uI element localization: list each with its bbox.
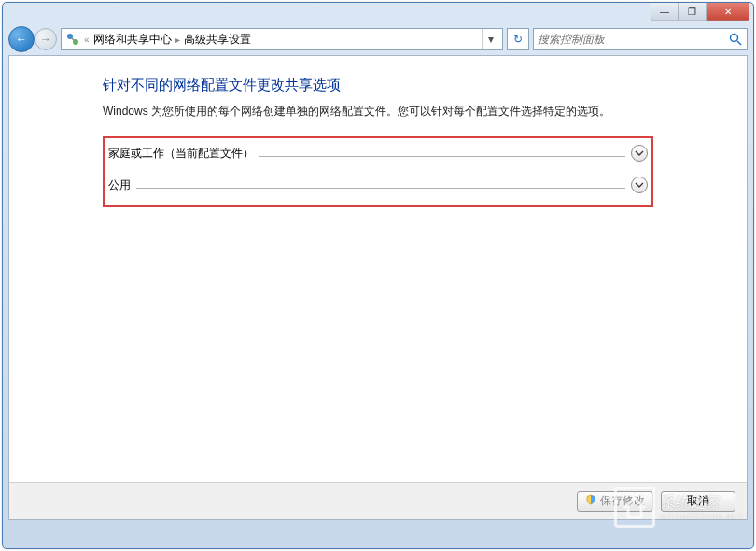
footer-bar: 保存修改 取消 <box>9 482 747 519</box>
maximize-button[interactable]: ❐ <box>679 3 707 21</box>
maximize-icon: ❐ <box>688 7 696 17</box>
chevron-down-icon: ▾ <box>488 33 494 46</box>
forward-button[interactable]: → <box>35 28 57 50</box>
forward-arrow-icon: → <box>40 33 51 46</box>
svg-line-4 <box>737 41 741 45</box>
refresh-button[interactable]: ↻ <box>507 28 529 50</box>
close-icon: ✕ <box>724 7 732 17</box>
breadcrumb-chevron: « <box>84 35 90 45</box>
profile-label: 家庭或工作（当前配置文件） <box>108 146 254 162</box>
search-input[interactable] <box>538 33 728 46</box>
minimize-icon: — <box>660 7 669 17</box>
profile-home-work[interactable]: 家庭或工作（当前配置文件） <box>108 140 648 166</box>
minimize-button[interactable]: — <box>651 3 679 21</box>
window-frame: — ❐ ✕ ← → « 网络和共享中心 ▸ 高级共享设置 ▾ <box>2 2 754 549</box>
expand-button[interactable] <box>631 145 648 162</box>
breadcrumb-item-2[interactable]: 高级共享设置 <box>184 32 251 48</box>
close-button[interactable]: ✕ <box>707 3 749 21</box>
search-bar[interactable] <box>533 28 748 50</box>
separator-line <box>136 188 625 189</box>
expand-button[interactable] <box>631 177 648 193</box>
navigation-bar: ← → « 网络和共享中心 ▸ 高级共享设置 ▾ ↻ <box>8 25 748 53</box>
back-arrow-icon: ← <box>16 33 27 46</box>
content-panel: 针对不同的网络配置文件更改共享选项 Windows 为您所使用的每个网络创建单独… <box>8 55 748 520</box>
cancel-label: 取消 <box>687 493 709 509</box>
refresh-icon: ↻ <box>513 33 523 46</box>
svg-line-2 <box>71 37 75 41</box>
svg-point-3 <box>731 35 738 42</box>
address-bar[interactable]: « 网络和共享中心 ▸ 高级共享设置 ▾ <box>61 28 503 50</box>
profile-label: 公用 <box>108 177 131 193</box>
page-title: 针对不同的网络配置文件更改共享选项 <box>103 77 732 94</box>
breadcrumb-separator[interactable]: ▸ <box>175 35 180 45</box>
save-label: 保存修改 <box>600 493 645 509</box>
chevron-down-icon <box>635 148 644 158</box>
shield-icon <box>585 494 596 508</box>
separator-line <box>259 156 625 157</box>
back-button[interactable]: ← <box>8 26 35 52</box>
breadcrumb-item-1[interactable]: 网络和共享中心 <box>93 32 172 48</box>
chevron-down-icon <box>635 180 644 190</box>
page-description: Windows 为您所使用的每个网络创建单独的网络配置文件。您可以针对每个配置文… <box>103 104 732 120</box>
highlight-box: 家庭或工作（当前配置文件） 公用 <box>103 136 653 207</box>
cancel-button[interactable]: 取消 <box>661 491 735 512</box>
title-bar-controls: — ❐ ✕ <box>651 3 749 21</box>
search-icon[interactable] <box>728 32 743 47</box>
profile-public[interactable]: 公用 <box>108 172 648 198</box>
save-changes-button[interactable]: 保存修改 <box>577 491 653 512</box>
network-icon <box>65 32 80 47</box>
address-dropdown[interactable]: ▾ <box>482 29 498 49</box>
